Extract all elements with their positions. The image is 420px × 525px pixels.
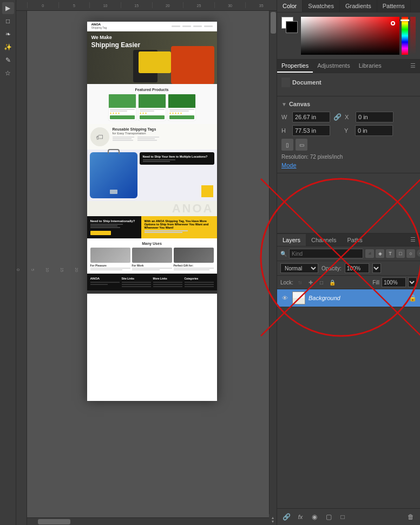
select-tool[interactable]: ▶ <box>2 2 14 14</box>
tab-patterns[interactable]: Patterns <box>377 0 411 12</box>
right-panel: Color Swatches Gradients Patterns <box>277 0 420 525</box>
down-arrow-icon[interactable]: ▼ <box>271 520 275 523</box>
layer-visibility-icon[interactable]: 👁 <box>280 294 289 302</box>
product-stars <box>110 112 135 114</box>
tab-gradients[interactable]: Gradients <box>340 0 377 12</box>
up-arrow-icon[interactable]: ▲ <box>271 516 275 520</box>
opacity-dropdown[interactable]: ▼ <box>372 263 381 273</box>
use-img-1 <box>90 248 130 263</box>
clone-tool[interactable]: ☆ <box>2 67 14 79</box>
magic-wand-tool[interactable]: ✨ <box>2 41 14 53</box>
filter-pixel-icon[interactable]: ◾ <box>365 249 374 258</box>
suitcase-title: Need to Ship Your Item to Multiple Locat… <box>143 155 211 158</box>
link-layers-icon[interactable]: 🔗 <box>280 511 292 523</box>
nav-link <box>182 25 191 27</box>
properties-menu-icon[interactable]: ☰ <box>406 60 420 73</box>
landscape-icon[interactable]: ▭ <box>296 139 307 151</box>
anoa-watermark: ANOA <box>87 201 217 216</box>
color-cursor <box>391 21 395 25</box>
width-row: W 🔗 X <box>281 112 416 122</box>
left-toolbar: ▶ □ ❧ ✨ ✎ ☆ <box>0 0 16 525</box>
new-layer-icon[interactable]: □ <box>337 511 349 523</box>
filter-adjustment-icon[interactable]: ◈ <box>376 249 384 258</box>
uses-grid: For Pleasure For Work Perfect <box>90 248 214 270</box>
hue-slider[interactable] <box>402 17 408 55</box>
thumbnail-preview <box>293 292 305 298</box>
document-section-title: Document <box>292 79 321 86</box>
canvas-section-header: ▼ Canvas <box>281 101 416 107</box>
star <box>145 112 147 114</box>
horizontal-scrollbar[interactable] <box>27 517 269 525</box>
color-panel-tabs: Color Swatches Gradients Patterns <box>277 0 420 12</box>
add-to-cart-btn <box>140 115 165 119</box>
ruler-mark: 15 <box>121 2 152 8</box>
resolution-label: Resolution: <box>281 154 309 160</box>
layers-filter-bar: 🔍 ◾ ◈ T □ ○ ○ <box>277 247 420 261</box>
filter-smart-icon[interactable]: ○ <box>406 249 415 258</box>
new-fill-adjustment-icon[interactable]: ◉ <box>309 511 320 523</box>
delete-layer-icon[interactable]: 🗑 <box>405 511 417 523</box>
background-swatch[interactable] <box>286 21 298 33</box>
blend-mode-select[interactable]: Normal <box>280 263 318 273</box>
lasso-tool[interactable]: ❧ <box>2 28 14 40</box>
marquee-tool[interactable]: □ <box>2 15 14 27</box>
ruler-top: 0 5 10 15 20 25 30 35 <box>16 0 277 11</box>
color-gradient-main[interactable] <box>301 17 399 55</box>
filter-type-icon[interactable]: T <box>386 249 395 258</box>
fill-dropdown[interactable]: ▼ <box>408 277 417 287</box>
shipping-subtitle: for Easy Transportation <box>113 132 214 135</box>
nav-link <box>172 25 180 27</box>
use-item-2: For Work <box>132 248 172 270</box>
star <box>110 112 112 114</box>
filter-toggle[interactable]: ○ <box>417 249 420 257</box>
foreground-background-swatches[interactable] <box>281 17 298 33</box>
x-input[interactable] <box>356 112 393 122</box>
layers-menu-icon[interactable]: ☰ <box>406 234 420 246</box>
product-line <box>140 111 155 112</box>
ruler-mark: 20 <box>152 2 183 8</box>
height-input[interactable] <box>292 125 330 136</box>
layer-item-background[interactable]: 👁 Background 🔒 <box>277 289 420 307</box>
international-section: Need to Ship Internationally? With an AN… <box>87 216 217 238</box>
lock-all-icon[interactable]: 🔒 <box>328 278 337 287</box>
brush-tool[interactable]: ✎ <box>2 54 14 66</box>
tab-layers[interactable]: Layers <box>277 234 306 246</box>
layer-effects-icon[interactable]: fx <box>294 511 306 523</box>
y-input[interactable] <box>355 125 393 136</box>
alpha-strip[interactable] <box>410 17 416 55</box>
footer-categories: Categories <box>185 277 214 280</box>
new-group-icon[interactable]: ▢ <box>323 511 334 523</box>
tab-properties[interactable]: Properties <box>277 60 313 73</box>
width-input[interactable] <box>292 112 330 122</box>
portrait-icon[interactable]: ▯ <box>281 139 293 151</box>
filter-shape-icon[interactable]: □ <box>396 249 405 258</box>
vertical-scrollbar[interactable] <box>269 11 277 514</box>
intl-title: Need to Ship Internationally? <box>90 219 138 223</box>
scrollbar-thumb-h[interactable] <box>38 519 70 524</box>
canvas-section-title: Canvas <box>289 101 310 107</box>
lock-position-icon[interactable]: ✚ <box>306 278 315 287</box>
product-line <box>110 111 127 112</box>
link-proportions-icon[interactable]: 🔗 <box>333 113 342 121</box>
tab-paths[interactable]: Paths <box>342 234 368 246</box>
product-stars <box>140 112 165 114</box>
tab-color[interactable]: Color <box>277 0 303 12</box>
mode-link[interactable]: Mode <box>281 162 416 168</box>
resolution-value: 72 pixels/inch <box>310 154 343 160</box>
product-card <box>168 94 196 121</box>
blue-suitcase <box>90 152 137 198</box>
lock-artboards-icon[interactable]: □ <box>317 278 326 287</box>
star <box>178 112 180 114</box>
opacity-input[interactable] <box>345 263 369 273</box>
canvas-scroll-area[interactable]: ANOA Shipping Tag We Make <box>27 11 277 514</box>
collapse-arrow[interactable]: ▼ <box>281 101 287 107</box>
tab-channels[interactable]: Channels <box>306 234 342 246</box>
height-row: H Y <box>281 125 416 136</box>
layers-filter-input[interactable] <box>289 249 363 258</box>
tab-libraries[interactable]: Libraries <box>355 60 386 73</box>
tab-adjustments[interactable]: Adjustments <box>313 60 355 73</box>
lock-pixels-icon[interactable]: ◾ <box>296 278 304 287</box>
tab-swatches[interactable]: Swatches <box>303 0 340 12</box>
scrollbar-thumb[interactable] <box>271 12 276 34</box>
fill-input[interactable] <box>382 277 406 287</box>
